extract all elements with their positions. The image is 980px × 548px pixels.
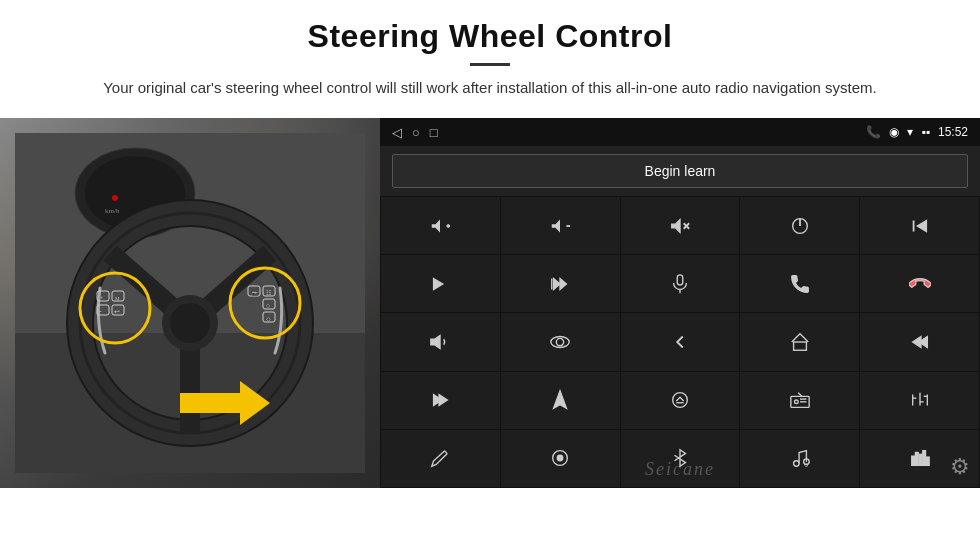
- svg-text:☷: ☷: [266, 290, 271, 296]
- mic-button[interactable]: [621, 255, 740, 312]
- svg-marker-41: [434, 278, 443, 289]
- svg-text:M: M: [115, 296, 120, 301]
- page-title: Steering Wheel Control: [60, 18, 920, 55]
- bluetooth-button[interactable]: [621, 430, 740, 487]
- svg-text:↩: ↩: [114, 308, 120, 316]
- fast-skip-button[interactable]: [381, 372, 500, 429]
- android-screen-wrapper: ◁ ○ □ 📞 ◉ ▾ ▪▪ 15:52 Begin learn: [380, 118, 980, 488]
- horn-button[interactable]: [381, 313, 500, 370]
- content-row: km/h: [0, 118, 980, 488]
- svg-text:📷: 📷: [252, 290, 259, 297]
- svg-marker-55: [439, 395, 447, 406]
- next-track-button[interactable]: [381, 255, 500, 312]
- rewind-button[interactable]: [860, 313, 979, 370]
- svg-text:-: -: [99, 307, 102, 316]
- clock: 15:52: [938, 125, 968, 139]
- android-screen: ◁ ○ □ 📞 ◉ ▾ ▪▪ 15:52 Begin learn: [380, 118, 980, 488]
- pen-button[interactable]: [381, 430, 500, 487]
- back-nav-icon[interactable]: ◁: [392, 125, 402, 140]
- vol-up-button[interactable]: [381, 197, 500, 254]
- location-icon: ◉: [889, 125, 899, 139]
- eq-settings-button[interactable]: [860, 372, 979, 429]
- svg-marker-47: [431, 336, 440, 349]
- fast-forward-button[interactable]: [501, 255, 620, 312]
- header-section: Steering Wheel Control Your original car…: [0, 0, 980, 110]
- nav-icons: ◁ ○ □: [392, 125, 438, 140]
- svg-rect-51: [793, 342, 806, 350]
- svg-rect-77: [919, 455, 922, 466]
- svg-point-13: [170, 303, 210, 343]
- svg-marker-56: [554, 391, 567, 408]
- svg-rect-79: [926, 457, 929, 465]
- svg-rect-45: [677, 275, 683, 285]
- mute-button[interactable]: [621, 197, 740, 254]
- svg-marker-42: [554, 278, 560, 289]
- subtitle: Your original car's steering wheel contr…: [100, 76, 880, 100]
- home-button[interactable]: [740, 313, 859, 370]
- svg-point-71: [557, 456, 563, 462]
- svg-point-3: [112, 195, 118, 201]
- power-button[interactable]: [740, 197, 859, 254]
- begin-learn-area: Begin learn: [380, 146, 980, 196]
- back-button[interactable]: [621, 313, 740, 370]
- recents-nav-icon[interactable]: □: [430, 125, 438, 140]
- svg-marker-43: [560, 278, 566, 289]
- svg-point-72: [793, 461, 799, 467]
- prev-track-button[interactable]: [860, 197, 979, 254]
- eject-button[interactable]: [621, 372, 740, 429]
- music-settings-button[interactable]: ⚙: [740, 430, 859, 487]
- wifi-icon: ▾: [907, 125, 913, 139]
- radio-button[interactable]: [740, 372, 859, 429]
- page-container: Steering Wheel Control Your original car…: [0, 0, 980, 548]
- svg-rect-78: [922, 451, 925, 466]
- svg-marker-39: [917, 220, 926, 231]
- ok-button[interactable]: [501, 430, 620, 487]
- svg-text:km/h: km/h: [105, 207, 120, 215]
- title-divider: [470, 63, 510, 66]
- steering-wheel-image: km/h: [15, 133, 365, 473]
- end-call-button[interactable]: [860, 255, 979, 312]
- svg-point-57: [673, 393, 688, 408]
- car-image-section: km/h: [0, 118, 380, 488]
- svg-text:◇: ◇: [266, 316, 271, 322]
- status-bar-right: 📞 ◉ ▾ ▪▪ 15:52: [866, 125, 968, 139]
- control-grid: 360°: [380, 196, 980, 488]
- svg-rect-75: [911, 457, 914, 466]
- begin-learn-button[interactable]: Begin learn: [392, 154, 968, 188]
- camera-360-button[interactable]: 360°: [501, 313, 620, 370]
- vol-down-button[interactable]: [501, 197, 620, 254]
- home-nav-icon[interactable]: ○: [412, 125, 420, 140]
- svg-text:360°: 360°: [557, 344, 566, 349]
- navigate-button[interactable]: [501, 372, 620, 429]
- svg-point-60: [794, 400, 798, 404]
- gear-icon[interactable]: ⚙: [950, 454, 970, 480]
- status-bar: ◁ ○ □ 📞 ◉ ▾ ▪▪ 15:52: [380, 118, 980, 146]
- phone-call-button[interactable]: [740, 255, 859, 312]
- svg-rect-76: [915, 453, 918, 466]
- phone-status-icon: 📞: [866, 125, 881, 139]
- svg-text:○: ○: [266, 302, 270, 310]
- battery-icon: ▪▪: [921, 125, 930, 139]
